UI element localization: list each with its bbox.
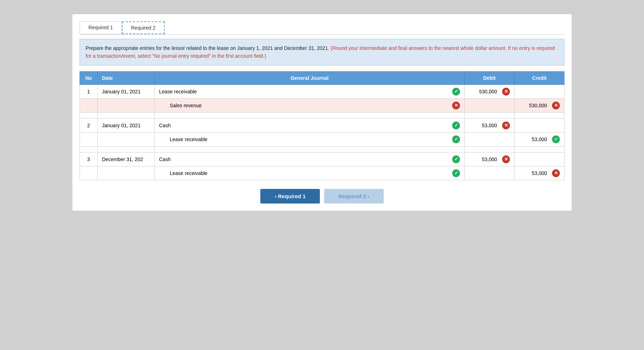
check-icon: ✓ <box>452 169 460 177</box>
debit-x-icon: ✕ <box>502 88 510 96</box>
col-header-no: No <box>80 71 98 84</box>
row-date <box>98 98 155 112</box>
row-journal[interactable]: Cash✓ <box>155 152 465 166</box>
check-icon: ✓ <box>452 88 460 96</box>
row-no: 2 <box>80 118 98 132</box>
debit-amount: 53,000 <box>482 156 497 162</box>
debit-amount: 53,000 <box>482 123 497 128</box>
tab-required2[interactable]: Required 2 <box>122 21 165 34</box>
credit-x-icon: ✕ <box>552 169 560 177</box>
row-no <box>80 166 98 180</box>
row-date: January 01, 2021 <box>98 84 155 98</box>
tab-required1[interactable]: Required 1 <box>80 21 122 34</box>
row-debit[interactable] <box>465 132 515 146</box>
credit-x-icon: ✕ <box>552 102 560 109</box>
navigation-buttons: ‹ Required 1 Required 2 › <box>80 189 564 204</box>
chevron-right-icon: › <box>368 193 369 199</box>
required1-button-label: Required 1 <box>278 193 306 199</box>
debit-amount: 530,000 <box>479 89 497 94</box>
col-header-journal: General Journal <box>155 71 465 84</box>
check-icon: ✓ <box>452 155 460 163</box>
tab-bar: Required 1 Required 2 <box>80 21 564 35</box>
row-date <box>98 166 155 180</box>
row-date <box>98 132 155 146</box>
table-spacer-row <box>80 112 564 118</box>
table-spacer-row <box>80 146 564 152</box>
row-journal[interactable]: Lease receivable✓ <box>155 132 465 146</box>
debit-x-icon: ✕ <box>502 155 510 163</box>
chevron-left-icon: ‹ <box>275 193 276 199</box>
journal-table: No Date General Journal Debit Credit 1Ja… <box>80 71 564 180</box>
col-header-credit: Credit <box>515 71 564 84</box>
required1-button[interactable]: ‹ Required 1 <box>260 189 320 204</box>
row-credit[interactable] <box>515 84 564 98</box>
journal-account-name: Lease receivable <box>159 89 449 94</box>
row-debit[interactable]: 53,000✕ <box>465 152 515 166</box>
row-credit[interactable]: 530,000✕ <box>515 98 564 112</box>
row-credit[interactable] <box>515 118 564 132</box>
row-debit[interactable] <box>465 166 515 180</box>
credit-check-icon: ✓ <box>552 135 560 143</box>
required2-button[interactable]: Required 2 › <box>324 189 384 204</box>
journal-account-name: Lease receivable <box>159 170 449 176</box>
journal-account-name: Cash <box>159 123 449 128</box>
row-journal[interactable]: Lease receivable✓ <box>155 166 465 180</box>
instruction-plain-text: Prepare the appropriate entries for the … <box>86 45 331 51</box>
row-journal[interactable]: Cash✓ <box>155 118 465 132</box>
row-credit[interactable]: 53,000✕ <box>515 166 564 180</box>
instruction-box: Prepare the appropriate entries for the … <box>80 39 564 66</box>
row-debit[interactable]: 53,000✕ <box>465 118 515 132</box>
journal-account-name: Lease receivable <box>159 137 449 142</box>
row-date: January 01, 2021 <box>98 118 155 132</box>
col-header-date: Date <box>98 71 155 84</box>
row-date: December 31, 202 <box>98 152 155 166</box>
row-debit[interactable] <box>465 98 515 112</box>
row-no: 3 <box>80 152 98 166</box>
row-journal[interactable]: Lease receivable✓ <box>155 84 465 98</box>
credit-amount: 53,000 <box>532 137 547 142</box>
row-no <box>80 98 98 112</box>
credit-amount: 53,000 <box>532 170 547 176</box>
debit-x-icon: ✕ <box>502 122 510 129</box>
check-icon: ✓ <box>452 122 460 129</box>
journal-account-name: Cash <box>159 156 449 162</box>
row-credit[interactable]: 53,000✓ <box>515 132 564 146</box>
row-debit[interactable]: 530,000✕ <box>465 84 515 98</box>
main-container: Required 1 Required 2 Prepare the approp… <box>72 14 572 211</box>
credit-amount: 530,000 <box>529 103 547 108</box>
journal-account-name: Sales revenue <box>159 103 449 108</box>
row-credit[interactable] <box>515 152 564 166</box>
check-icon: ✓ <box>452 135 460 143</box>
row-no <box>80 132 98 146</box>
col-header-debit: Debit <box>465 71 515 84</box>
row-no: 1 <box>80 84 98 98</box>
x-icon: ✕ <box>452 102 460 109</box>
required2-button-label: Required 2 <box>338 193 366 199</box>
row-journal[interactable]: Sales revenue✕ <box>155 98 465 112</box>
